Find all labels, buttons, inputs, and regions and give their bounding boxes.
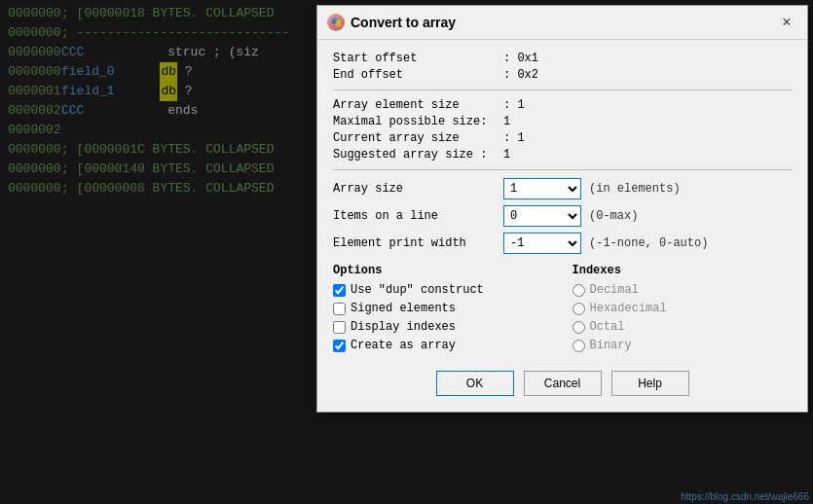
suggested-array-size-row: Suggested array size : 1 bbox=[333, 148, 792, 162]
watermark: https://blog.csdn.net/wajie666 bbox=[681, 491, 809, 502]
option-signed-elements: Signed elements bbox=[333, 302, 553, 315]
dialog-buttons: OK Cancel Help bbox=[333, 371, 792, 400]
maximal-possible-size-value: 1 bbox=[503, 115, 510, 128]
index-binary-label: Binary bbox=[590, 339, 632, 352]
index-decimal-radio[interactable] bbox=[573, 284, 585, 297]
dialog-body: Start offset : 0x1 End offset : 0x2 Arra… bbox=[317, 40, 807, 412]
option-signed-elements-label: Signed elements bbox=[351, 302, 456, 315]
option-dup-construct-label: Use "dup" construct bbox=[351, 283, 484, 297]
array-size-hint: (in elements) bbox=[589, 182, 681, 196]
dialog-icon: 🎭 bbox=[327, 14, 345, 31]
element-print-width-hint: (-1-none, 0-auto) bbox=[589, 236, 708, 250]
index-octal-radio[interactable] bbox=[573, 321, 585, 334]
items-on-line-row: Items on a line 0 1 (0-max) bbox=[333, 205, 792, 227]
dialog-title: Convert to array bbox=[351, 15, 456, 30]
items-on-line-select[interactable]: 0 1 bbox=[503, 205, 581, 227]
array-size-select[interactable]: 1 2 4 bbox=[503, 178, 581, 199]
array-element-size-row: Array element size : 1 bbox=[333, 98, 792, 112]
suggested-array-size-value: 1 bbox=[503, 148, 510, 162]
ok-button[interactable]: OK bbox=[436, 371, 514, 396]
indexes-title: Indexes bbox=[573, 264, 793, 277]
array-size-row: Array size 1 2 4 (in elements) bbox=[333, 178, 792, 199]
array-size-label: Array size bbox=[333, 182, 503, 196]
end-offset-row: End offset : 0x2 bbox=[333, 68, 792, 82]
dialog-title-left: 🎭 Convert to array bbox=[327, 14, 456, 31]
options-column: Options Use "dup" construct Signed eleme… bbox=[333, 264, 553, 357]
options-title: Options bbox=[333, 264, 553, 277]
maximal-possible-size-label: Maximal possible size: bbox=[333, 115, 503, 128]
items-on-line-label: Items on a line bbox=[333, 209, 503, 223]
array-element-size-value: : 1 bbox=[503, 98, 525, 112]
index-decimal-label: Decimal bbox=[590, 283, 639, 297]
index-hexadecimal: Hexadecimal bbox=[573, 302, 793, 315]
index-hexadecimal-label: Hexadecimal bbox=[590, 302, 667, 315]
start-offset-label: Start offset bbox=[333, 52, 503, 65]
option-create-as-array: Create as array bbox=[333, 339, 553, 352]
current-array-size-label: Current array size bbox=[333, 131, 503, 145]
option-display-indexes: Display indexes bbox=[333, 320, 553, 334]
index-octal-label: Octal bbox=[590, 320, 625, 334]
current-array-size-row: Current array size : 1 bbox=[333, 131, 792, 145]
suggested-array-size-label: Suggested array size : bbox=[333, 148, 503, 162]
option-create-as-array-checkbox[interactable] bbox=[333, 340, 346, 352]
index-hexadecimal-radio[interactable] bbox=[573, 303, 585, 315]
element-print-width-select[interactable]: -1 0 bbox=[503, 233, 581, 254]
indexes-column: Indexes Decimal Hexadecimal Octal Binary bbox=[573, 264, 793, 357]
option-dup-construct-checkbox[interactable] bbox=[333, 284, 346, 297]
options-area: Options Use "dup" construct Signed eleme… bbox=[333, 264, 792, 357]
current-array-size-value: : 1 bbox=[503, 131, 525, 145]
dialog-titlebar: 🎭 Convert to array × bbox=[317, 6, 807, 40]
element-print-width-row: Element print width -1 0 (-1-none, 0-aut… bbox=[333, 233, 792, 254]
cancel-button[interactable]: Cancel bbox=[524, 371, 602, 396]
option-signed-elements-checkbox[interactable] bbox=[333, 303, 346, 315]
close-button[interactable]: × bbox=[776, 12, 797, 33]
option-create-as-array-label: Create as array bbox=[351, 339, 456, 352]
start-offset-value: : 0x1 bbox=[503, 52, 538, 65]
option-display-indexes-checkbox[interactable] bbox=[333, 321, 346, 334]
index-octal: Octal bbox=[573, 320, 793, 334]
convert-to-array-dialog: 🎭 Convert to array × Start offset : 0x1 … bbox=[316, 5, 808, 413]
index-binary: Binary bbox=[573, 339, 793, 352]
start-offset-row: Start offset : 0x1 bbox=[333, 52, 792, 65]
end-offset-label: End offset bbox=[333, 68, 503, 82]
option-dup-construct: Use "dup" construct bbox=[333, 283, 553, 297]
option-display-indexes-label: Display indexes bbox=[351, 320, 456, 334]
array-element-size-label: Array element size bbox=[333, 98, 503, 112]
index-binary-radio[interactable] bbox=[573, 340, 585, 352]
divider2 bbox=[333, 169, 792, 170]
help-button[interactable]: Help bbox=[611, 371, 689, 396]
items-on-line-hint: (0-max) bbox=[589, 209, 638, 223]
index-decimal: Decimal bbox=[573, 283, 793, 297]
maximal-possible-size-row: Maximal possible size: 1 bbox=[333, 115, 792, 128]
end-offset-value: : 0x2 bbox=[503, 68, 538, 82]
divider1 bbox=[333, 90, 792, 90]
element-print-width-label: Element print width bbox=[333, 236, 503, 250]
